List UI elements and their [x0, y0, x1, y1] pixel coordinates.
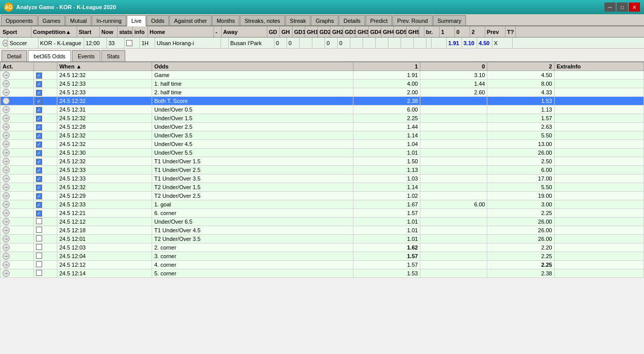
- row-checkbox[interactable]: [36, 124, 42, 130]
- row-extra: [554, 97, 643, 105]
- row-checkbox[interactable]: [36, 133, 42, 139]
- row-v2: 2.25: [487, 261, 554, 269]
- row-odds-label: Under/Over 1.5: [152, 114, 353, 123]
- game-start: 12:00: [84, 38, 107, 48]
- nav-tab-against-other[interactable]: Against other: [169, 15, 211, 25]
- row-extra: [554, 218, 643, 226]
- row-checkbox[interactable]: [36, 202, 42, 208]
- row-v0: [420, 174, 487, 183]
- row-checkbox[interactable]: [36, 176, 42, 182]
- row-v0: [420, 157, 487, 166]
- row-expand-icon[interactable]: →: [3, 261, 10, 268]
- row-expand-icon[interactable]: →: [3, 149, 10, 156]
- row-expand-icon[interactable]: →: [3, 72, 10, 79]
- row-expand-icon[interactable]: →: [3, 97, 10, 104]
- row-expand-icon[interactable]: →: [3, 115, 10, 122]
- row-expand-icon[interactable]: →: [3, 244, 10, 251]
- nav-tab-opponents[interactable]: Opponents: [1, 15, 38, 25]
- row-checkbox[interactable]: [36, 218, 42, 224]
- row-expand-icon[interactable]: →: [3, 227, 10, 234]
- row-v1: 1.57: [353, 209, 420, 218]
- odds-table-wrap[interactable]: Act. When ▲ Odds 1 0 2 ExtraInfo →24.5 1…: [0, 62, 644, 354]
- sub-tab-stats[interactable]: Stats: [101, 50, 125, 61]
- row-v2: 5.50: [487, 183, 554, 192]
- row-expand-icon[interactable]: →: [3, 132, 10, 139]
- row-checkbox[interactable]: [36, 116, 42, 122]
- game-row-icon[interactable]: →: [3, 40, 8, 47]
- row-checkbox[interactable]: [36, 227, 42, 233]
- row-checkbox[interactable]: [36, 235, 42, 241]
- row-expand-icon[interactable]: →: [3, 175, 10, 182]
- row-checkbox[interactable]: [36, 185, 42, 191]
- maximize-button[interactable]: □: [617, 3, 628, 12]
- row-odds-label: Under/Over 6.5: [152, 218, 353, 226]
- row-v1: 1.01: [353, 226, 420, 235]
- row-expand-icon[interactable]: →: [3, 192, 10, 199]
- row-checkbox[interactable]: [36, 73, 42, 79]
- row-checkbox[interactable]: [36, 261, 42, 267]
- row-expand-icon[interactable]: →: [3, 209, 10, 217]
- row-checkbox[interactable]: [36, 270, 42, 276]
- row-extra: [554, 174, 643, 183]
- row-expand-icon[interactable]: →: [3, 80, 10, 87]
- nav-tab-details[interactable]: Details: [339, 15, 365, 25]
- nav-tab-live[interactable]: Live: [127, 15, 146, 26]
- row-checkbox[interactable]: [36, 193, 42, 199]
- table-row: →24.5 12:32Under/Over 4.51.0413.00: [1, 140, 644, 149]
- row-odds-label: 4. corner: [152, 261, 353, 269]
- row-when: 24.5 12:30: [57, 149, 152, 157]
- nav-tab-mutual[interactable]: Mutual: [65, 15, 91, 25]
- row-expand-icon[interactable]: →: [3, 166, 10, 173]
- nav-tab-streaks--notes[interactable]: Streaks, notes: [240, 15, 284, 25]
- row-expand-icon[interactable]: →: [3, 235, 10, 242]
- row-checkbox[interactable]: [36, 141, 42, 148]
- game-stats-check[interactable]: [126, 40, 132, 46]
- row-v1: 1.02: [353, 192, 420, 200]
- row-expand-icon[interactable]: →: [3, 106, 10, 113]
- sub-tab-bet365-odds[interactable]: bet365 Odds: [28, 50, 71, 61]
- nav-tab-months[interactable]: Months: [212, 15, 239, 25]
- row-odds-label: Under/Over 4.5: [152, 140, 353, 149]
- row-expand-icon[interactable]: →: [3, 89, 10, 96]
- nav-tab-in-running[interactable]: In-running: [92, 15, 126, 25]
- row-expand-icon[interactable]: →: [3, 253, 10, 260]
- table-row: →24.5 12:31Under/Over 0.56.001.13: [1, 105, 644, 114]
- row-checkbox[interactable]: [36, 167, 42, 173]
- game-gh2: 0: [338, 38, 350, 48]
- row-odds-label: 6. corner: [152, 209, 353, 218]
- nav-tab-streak[interactable]: Streak: [285, 15, 311, 25]
- row-v2: 2.25: [487, 209, 554, 218]
- nav-tab-odds[interactable]: Odds: [147, 15, 169, 25]
- row-checkbox[interactable]: [36, 90, 42, 96]
- row-checkbox[interactable]: [36, 107, 42, 113]
- row-checkbox[interactable]: [36, 253, 42, 259]
- nav-tab-prev--round[interactable]: Prev. Round: [392, 15, 432, 25]
- sub-tab-detail[interactable]: Detail: [2, 50, 27, 61]
- row-expand-icon[interactable]: →: [3, 184, 10, 191]
- row-expand-icon[interactable]: →: [3, 218, 10, 225]
- window-controls: ─ □ ✕: [604, 3, 640, 12]
- row-checkbox[interactable]: [36, 150, 42, 156]
- row-v0: [420, 269, 487, 278]
- row-checkbox[interactable]: [36, 244, 42, 250]
- nav-tab-graphs[interactable]: Graphs: [311, 15, 338, 25]
- nav-tab-games[interactable]: Games: [38, 15, 65, 25]
- row-checkbox[interactable]: [36, 81, 42, 87]
- row-expand-icon[interactable]: →: [3, 270, 10, 277]
- game-sport: Soccer: [8, 38, 39, 48]
- sub-tab-events[interactable]: Events: [72, 50, 100, 61]
- row-checkbox[interactable]: [36, 159, 42, 165]
- nav-tab-predict[interactable]: Predict: [366, 15, 392, 25]
- row-expand-icon[interactable]: →: [3, 123, 10, 130]
- th-home: Home: [148, 26, 214, 37]
- nav-tab-summary[interactable]: Summary: [433, 15, 466, 25]
- row-checkbox[interactable]: [36, 210, 42, 217]
- row-checkbox[interactable]: [36, 98, 42, 104]
- row-expand-icon[interactable]: →: [3, 201, 10, 208]
- table-row: →24.5 12:12Under/Over 6.51.0126.00: [1, 218, 644, 226]
- row-when: 24.5 12:32: [57, 71, 152, 80]
- close-button[interactable]: ✕: [629, 3, 640, 12]
- row-expand-icon[interactable]: →: [3, 158, 10, 165]
- row-expand-icon[interactable]: →: [3, 140, 10, 148]
- minimize-button[interactable]: ─: [604, 3, 616, 12]
